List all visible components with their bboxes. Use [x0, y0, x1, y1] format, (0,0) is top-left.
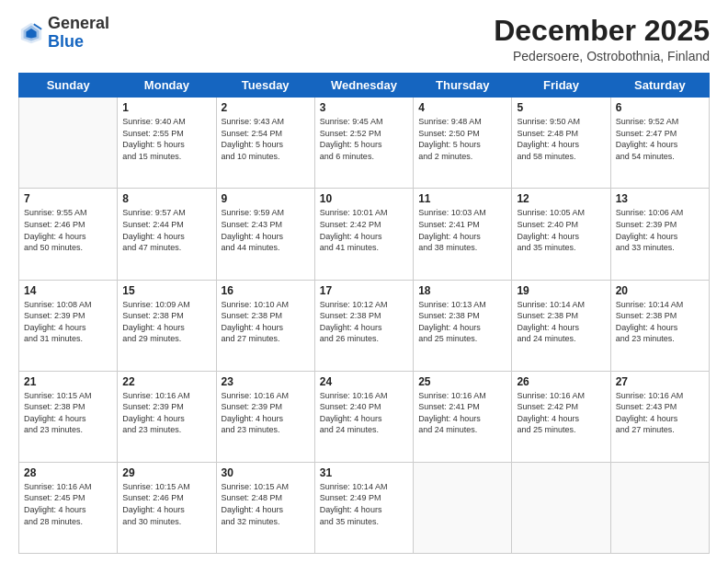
calendar-cell: 5Sunrise: 9:50 AM Sunset: 2:48 PM Daylig… — [512, 98, 610, 189]
day-number: 26 — [517, 375, 605, 388]
day-number: 28 — [24, 466, 112, 479]
calendar-week-2: 14Sunrise: 10:08 AM Sunset: 2:39 PM Dayl… — [19, 280, 710, 371]
day-number: 22 — [122, 375, 210, 388]
calendar-cell: 30Sunrise: 10:15 AM Sunset: 2:48 PM Dayl… — [216, 462, 314, 553]
day-number: 31 — [320, 466, 408, 479]
calendar-cell: 16Sunrise: 10:10 AM Sunset: 2:38 PM Dayl… — [216, 280, 314, 371]
location-subtitle: Pedersoere, Ostrobothnia, Finland — [494, 49, 710, 63]
day-number: 2 — [222, 101, 310, 114]
day-info: Sunrise: 10:10 AM Sunset: 2:38 PM Daylig… — [222, 299, 310, 345]
calendar-week-1: 7Sunrise: 9:55 AM Sunset: 2:46 PM Daylig… — [19, 189, 710, 280]
calendar-cell: 24Sunrise: 10:16 AM Sunset: 2:40 PM Dayl… — [314, 371, 413, 462]
day-info: Sunrise: 10:06 AM Sunset: 2:39 PM Daylig… — [616, 207, 704, 253]
day-info: Sunrise: 9:48 AM Sunset: 2:50 PM Dayligh… — [418, 116, 506, 162]
day-number: 20 — [616, 284, 704, 297]
calendar-cell: 22Sunrise: 10:16 AM Sunset: 2:39 PM Dayl… — [118, 371, 216, 462]
header: General Blue December 2025 Pedersoere, O… — [18, 15, 710, 63]
calendar-cell: 20Sunrise: 10:14 AM Sunset: 2:38 PM Dayl… — [610, 280, 709, 371]
day-number: 24 — [320, 375, 408, 388]
day-number: 23 — [222, 375, 310, 388]
calendar-cell: 28Sunrise: 10:16 AM Sunset: 2:45 PM Dayl… — [19, 462, 118, 553]
day-info: Sunrise: 10:16 AM Sunset: 2:39 PM Daylig… — [122, 390, 210, 436]
day-number: 13 — [616, 192, 704, 205]
logo-blue: Blue — [48, 33, 109, 52]
day-number: 6 — [616, 101, 704, 114]
calendar-cell: 10Sunrise: 10:01 AM Sunset: 2:42 PM Dayl… — [314, 189, 413, 280]
day-info: Sunrise: 10:15 AM Sunset: 2:38 PM Daylig… — [24, 390, 112, 436]
day-info: Sunrise: 9:43 AM Sunset: 2:54 PM Dayligh… — [222, 116, 310, 162]
calendar-cell: 17Sunrise: 10:12 AM Sunset: 2:38 PM Dayl… — [314, 280, 413, 371]
title-block: December 2025 Pedersoere, Ostrobothnia, … — [494, 15, 710, 63]
calendar-cell: 26Sunrise: 10:16 AM Sunset: 2:42 PM Dayl… — [512, 371, 610, 462]
day-number: 29 — [122, 466, 210, 479]
calendar-cell: 7Sunrise: 9:55 AM Sunset: 2:46 PM Daylig… — [19, 189, 118, 280]
day-info: Sunrise: 10:16 AM Sunset: 2:45 PM Daylig… — [24, 481, 112, 527]
day-number: 25 — [418, 375, 506, 388]
calendar-cell: 11Sunrise: 10:03 AM Sunset: 2:41 PM Dayl… — [414, 189, 512, 280]
day-info: Sunrise: 10:16 AM Sunset: 2:42 PM Daylig… — [517, 390, 605, 436]
calendar-cell: 2Sunrise: 9:43 AM Sunset: 2:54 PM Daylig… — [216, 98, 314, 189]
day-info: Sunrise: 10:14 AM Sunset: 2:38 PM Daylig… — [517, 299, 605, 345]
day-number: 7 — [24, 192, 112, 205]
calendar-cell — [610, 462, 709, 553]
day-info: Sunrise: 9:45 AM Sunset: 2:52 PM Dayligh… — [320, 116, 408, 162]
day-header-friday: Friday — [512, 74, 610, 98]
month-title: December 2025 — [494, 15, 710, 47]
day-info: Sunrise: 10:16 AM Sunset: 2:39 PM Daylig… — [222, 390, 310, 436]
day-info: Sunrise: 10:05 AM Sunset: 2:40 PM Daylig… — [517, 207, 605, 253]
calendar-cell: 9Sunrise: 9:59 AM Sunset: 2:43 PM Daylig… — [216, 189, 314, 280]
day-info: Sunrise: 9:52 AM Sunset: 2:47 PM Dayligh… — [616, 116, 704, 162]
day-number: 19 — [517, 284, 605, 297]
day-info: Sunrise: 10:08 AM Sunset: 2:39 PM Daylig… — [24, 299, 112, 345]
day-info: Sunrise: 10:15 AM Sunset: 2:48 PM Daylig… — [222, 481, 310, 527]
page: General Blue December 2025 Pedersoere, O… — [0, 0, 728, 563]
day-header-sunday: Sunday — [19, 74, 118, 98]
day-info: Sunrise: 9:57 AM Sunset: 2:44 PM Dayligh… — [122, 207, 210, 253]
day-number: 5 — [517, 101, 605, 114]
day-info: Sunrise: 9:50 AM Sunset: 2:48 PM Dayligh… — [517, 116, 605, 162]
day-number: 12 — [517, 192, 605, 205]
day-info: Sunrise: 10:01 AM Sunset: 2:42 PM Daylig… — [320, 207, 408, 253]
day-info: Sunrise: 10:03 AM Sunset: 2:41 PM Daylig… — [418, 207, 506, 253]
day-info: Sunrise: 10:15 AM Sunset: 2:46 PM Daylig… — [122, 481, 210, 527]
day-number: 10 — [320, 192, 408, 205]
day-info: Sunrise: 10:12 AM Sunset: 2:38 PM Daylig… — [320, 299, 408, 345]
calendar-cell: 15Sunrise: 10:09 AM Sunset: 2:38 PM Dayl… — [118, 280, 216, 371]
calendar-cell: 8Sunrise: 9:57 AM Sunset: 2:44 PM Daylig… — [118, 189, 216, 280]
calendar-cell: 19Sunrise: 10:14 AM Sunset: 2:38 PM Dayl… — [512, 280, 610, 371]
calendar-cell: 23Sunrise: 10:16 AM Sunset: 2:39 PM Dayl… — [216, 371, 314, 462]
day-number: 9 — [222, 192, 310, 205]
calendar-week-4: 28Sunrise: 10:16 AM Sunset: 2:45 PM Dayl… — [19, 462, 710, 553]
day-number: 4 — [418, 101, 506, 114]
day-info: Sunrise: 10:16 AM Sunset: 2:43 PM Daylig… — [616, 390, 704, 436]
calendar-cell — [19, 98, 118, 189]
day-info: Sunrise: 10:14 AM Sunset: 2:38 PM Daylig… — [616, 299, 704, 345]
day-info: Sunrise: 10:16 AM Sunset: 2:40 PM Daylig… — [320, 390, 408, 436]
calendar-cell: 18Sunrise: 10:13 AM Sunset: 2:38 PM Dayl… — [414, 280, 512, 371]
day-header-saturday: Saturday — [610, 74, 709, 98]
day-number: 1 — [122, 101, 210, 114]
calendar-week-0: 1Sunrise: 9:40 AM Sunset: 2:55 PM Daylig… — [19, 98, 710, 189]
day-info: Sunrise: 9:40 AM Sunset: 2:55 PM Dayligh… — [122, 116, 210, 162]
day-info: Sunrise: 9:59 AM Sunset: 2:43 PM Dayligh… — [222, 207, 310, 253]
day-header-tuesday: Tuesday — [216, 74, 314, 98]
calendar-cell: 12Sunrise: 10:05 AM Sunset: 2:40 PM Dayl… — [512, 189, 610, 280]
day-number: 16 — [222, 284, 310, 297]
day-number: 3 — [320, 101, 408, 114]
calendar-cell: 31Sunrise: 10:14 AM Sunset: 2:49 PM Dayl… — [314, 462, 413, 553]
logo-icon — [18, 20, 44, 46]
day-header-thursday: Thursday — [414, 74, 512, 98]
day-info: Sunrise: 9:55 AM Sunset: 2:46 PM Dayligh… — [24, 207, 112, 253]
day-number: 21 — [24, 375, 112, 388]
calendar-cell: 13Sunrise: 10:06 AM Sunset: 2:39 PM Dayl… — [610, 189, 709, 280]
logo-general: General — [48, 15, 109, 33]
day-number: 8 — [122, 192, 210, 205]
day-header-monday: Monday — [118, 74, 216, 98]
calendar-cell: 1Sunrise: 9:40 AM Sunset: 2:55 PM Daylig… — [118, 98, 216, 189]
calendar-cell — [512, 462, 610, 553]
logo-text: General Blue — [48, 15, 109, 52]
calendar-cell: 14Sunrise: 10:08 AM Sunset: 2:39 PM Dayl… — [19, 280, 118, 371]
calendar-cell: 3Sunrise: 9:45 AM Sunset: 2:52 PM Daylig… — [314, 98, 413, 189]
calendar-cell: 25Sunrise: 10:16 AM Sunset: 2:41 PM Dayl… — [414, 371, 512, 462]
calendar-week-3: 21Sunrise: 10:15 AM Sunset: 2:38 PM Dayl… — [19, 371, 710, 462]
